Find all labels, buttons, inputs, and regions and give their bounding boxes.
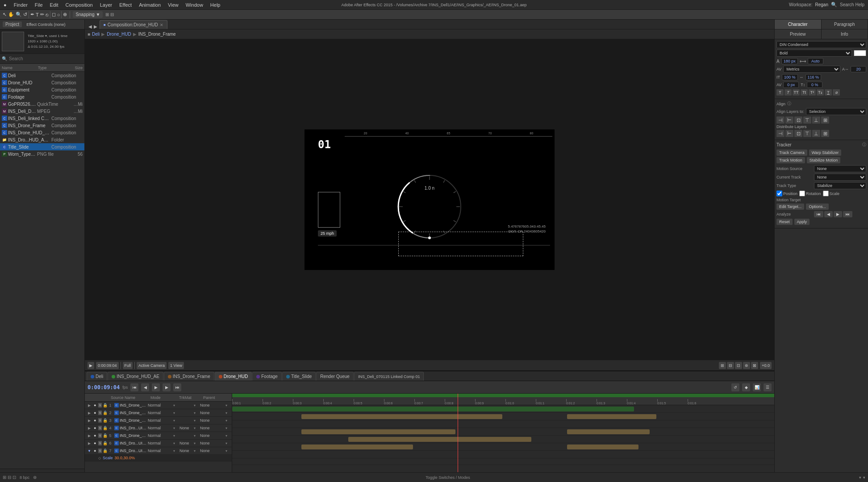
menu-item-finder[interactable]: Finder	[14, 2, 28, 8]
layer-lock-3[interactable]: 🔒	[103, 418, 106, 423]
layer-trk-arrow-5[interactable]: ▾	[194, 434, 199, 438]
layer-expand-4[interactable]: ▶	[86, 426, 93, 430]
layer-eye-5[interactable]: ●	[94, 433, 97, 438]
layer-expand-3[interactable]: ▶	[86, 419, 93, 423]
timeline-options-btn[interactable]: ☰	[764, 383, 772, 391]
track-motion-btn[interactable]: Track Motion	[776, 157, 805, 163]
options-btn[interactable]: Options...	[806, 204, 829, 210]
layer-expand-1[interactable]: ▶	[86, 403, 93, 407]
layer-lock-4[interactable]: 🔒	[103, 426, 106, 430]
underline-btn[interactable]: T	[825, 89, 832, 96]
layer-row-1[interactable]: ▶ ● S 🔒 1 C INS_Drone_Frame Normal ▾ ▾ N…	[85, 402, 232, 409]
dist-bottom-btn[interactable]: ⊞	[821, 130, 829, 137]
scale-checkbox[interactable]	[823, 191, 829, 196]
status-icon2[interactable]: ⊟	[8, 475, 11, 480]
layer-expand-5[interactable]: ▶	[86, 434, 93, 438]
timeline-tab-footage[interactable]: Footage	[252, 372, 282, 381]
layer-solo-1[interactable]: S	[98, 403, 102, 407]
layer-trk-arrow-6[interactable]: ▾	[194, 441, 199, 445]
edit-target-btn[interactable]: Edit Target...	[776, 204, 804, 210]
status-icon3[interactable]: ⊡	[13, 475, 16, 480]
timeline-next-frame-btn[interactable]: ▶	[163, 383, 171, 391]
timeline-prev-frame-btn[interactable]: ◀	[141, 383, 149, 391]
track-type-select[interactable]: Stabilize	[814, 182, 866, 189]
timeline-tab-title-slide[interactable]: Title_Slide	[282, 372, 316, 381]
viewer-icon-region[interactable]: ⊠	[751, 362, 758, 369]
layer-lock-7[interactable]: 🔒	[103, 449, 106, 453]
tsume-value[interactable]: 0 %	[807, 82, 822, 88]
tab-effect-controls[interactable]: Effect Controls (none)	[24, 22, 68, 27]
layer-solo-3[interactable]: S	[98, 418, 102, 423]
dist-top-btn[interactable]: ⊤	[803, 130, 811, 137]
align-left-btn[interactable]: ⊣	[776, 116, 785, 124]
layer-trk-arrow-3[interactable]: ▾	[194, 419, 199, 423]
reset-btn[interactable]: Reset	[776, 219, 793, 225]
tool-pen[interactable]: ✒	[30, 12, 34, 17]
menu-item-file[interactable]: File	[35, 2, 43, 8]
layer-parent-arrow-5[interactable]: ▾	[225, 434, 231, 438]
layer-lock-6[interactable]: 🔒	[103, 441, 106, 445]
dist-left-btn[interactable]: ⊣	[776, 130, 785, 137]
viewer-icon-snap[interactable]: ⊡	[735, 362, 742, 369]
list-item[interactable]: C Title_Slide Composition	[0, 143, 84, 150]
snapping-control[interactable]: Snapping ▼	[73, 11, 103, 18]
layer-eye-2[interactable]: ●	[94, 411, 97, 415]
analyze-prev-btn[interactable]: ⏮	[814, 211, 823, 217]
layer-eye-3[interactable]: ●	[94, 418, 97, 423]
apply-btn[interactable]: Apply	[794, 219, 810, 225]
layer-mode-arrow-5[interactable]: ▾	[173, 434, 179, 438]
tab-info[interactable]: Info	[822, 29, 868, 39]
layer-parent-arrow-3[interactable]: ▾	[225, 419, 231, 423]
layer-row-6[interactable]: ▶ ● S 🔒 6 C INS_Dro...UID_AE Normal ▾ No…	[85, 440, 232, 447]
dist-vcenter-btn[interactable]: ⊥	[812, 130, 820, 137]
menu-item-animation[interactable]: Animation	[139, 2, 161, 8]
layer-parent-arrow-1[interactable]: ▾	[225, 403, 231, 407]
align-to-select[interactable]: Selection	[806, 108, 866, 115]
baseline-shift-value[interactable]: 0 px	[783, 82, 799, 88]
list-item[interactable]: P Worn_Type.png PNG file 56	[0, 150, 84, 158]
nav-back-icon[interactable]: ◀	[88, 24, 92, 29]
timeline-graph-btn[interactable]: 📊	[753, 383, 761, 391]
viewer-resolution[interactable]: Full	[123, 362, 133, 369]
layer-eye-6[interactable]: ●	[94, 441, 97, 445]
sub-btn[interactable]: T₂	[817, 89, 824, 96]
motion-source-select[interactable]: None	[814, 165, 866, 172]
align-top-btn[interactable]: ⊤	[803, 116, 811, 124]
timeline-fastforward-btn[interactable]: ⏭	[173, 383, 181, 391]
layer-trk-arrow-4[interactable]: ▾	[194, 426, 199, 430]
viewer-views-dropdown[interactable]: 1 View	[168, 362, 184, 369]
layer-parent-arrow-4[interactable]: ▾	[225, 426, 231, 430]
viewer-icon-guide[interactable]: ⊟	[727, 362, 734, 369]
tool-select[interactable]: ↖	[3, 12, 7, 17]
layer-row-3[interactable]: ▶ ● S 🔒 3 C INS_Drone_Frame Normal ▾ ▾ N…	[85, 417, 232, 424]
toggle-switches-status[interactable]: Toggle Switches / Modes	[40, 475, 855, 480]
viewer-icon-alpha[interactable]: ⊛	[743, 362, 750, 369]
smallcaps-btn[interactable]: Tt	[801, 89, 808, 96]
caps-btn[interactable]: TT	[793, 89, 800, 96]
layer-mode-arrow-1[interactable]: ▾	[173, 403, 179, 407]
layer-solo-4[interactable]: S	[98, 426, 102, 430]
tool-rotate[interactable]: ↺	[23, 12, 27, 17]
status-icon4[interactable]: ⊛	[33, 475, 37, 480]
color-swatch[interactable]	[854, 50, 866, 56]
font-size-value[interactable]: 180 px	[781, 58, 798, 64]
timeline-tab-render-queue[interactable]: Render Queue	[316, 372, 354, 381]
layer-expand-7[interactable]: ▼	[86, 449, 93, 453]
dist-right-btn[interactable]: ⊡	[794, 130, 802, 137]
rotation-checkbox[interactable]	[799, 191, 805, 196]
analyze-fwd-btn[interactable]: ▶	[834, 211, 842, 217]
menu-item-help[interactable]: Help	[210, 2, 221, 8]
layer-lock-1[interactable]: 🔒	[103, 403, 106, 407]
comp-tab-close[interactable]: ✕	[160, 23, 163, 27]
font-family-select[interactable]: DIN Condensed	[776, 41, 866, 48]
vert-scale-value[interactable]: 100 %	[782, 74, 798, 80]
tool-zoom[interactable]: 🔍	[16, 12, 22, 17]
viewer-time-display[interactable]: 0:00:09:04	[96, 362, 119, 369]
menu-item-layer[interactable]: Layer	[100, 2, 113, 8]
super-btn[interactable]: T²	[809, 89, 816, 96]
layer-mode-arrow-7[interactable]: ▾	[173, 449, 179, 453]
menu-item-edit[interactable]: Edit	[50, 2, 58, 8]
layer-expand-2[interactable]: ▶	[86, 411, 93, 415]
layer-expand-6[interactable]: ▶	[86, 441, 93, 445]
viewer-icon-grid[interactable]: ⊞	[719, 362, 726, 369]
